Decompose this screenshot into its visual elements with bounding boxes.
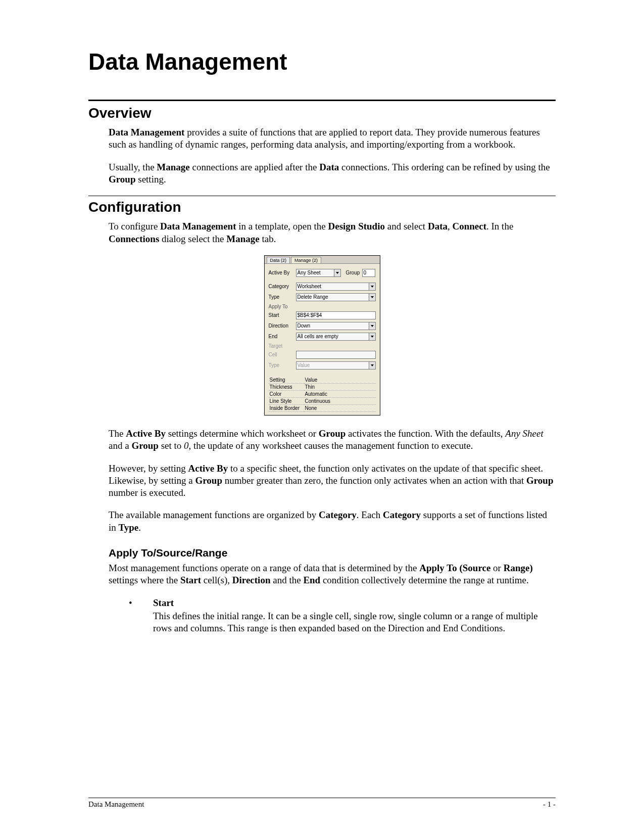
text: Category [383,509,421,520]
row-type2: Type Value [269,361,376,369]
footer-right: - 1 - [543,800,556,809]
label-active-by: Active By [269,270,296,275]
chevron-down-icon[interactable] [369,283,376,291]
chevron-down-icon[interactable] [334,269,341,277]
grid-row: ColorAutomatic [269,390,376,397]
text: Group [319,428,346,439]
row-category: Category Worksheet [269,283,376,291]
label-group: Group [346,270,362,275]
text: condition collectively determine the ran… [320,575,529,585]
field-end[interactable]: All cells are empty [296,333,369,341]
label-type: Type [269,294,296,300]
row-direction: Direction Down [269,322,376,330]
field-direction[interactable]: Down [296,322,369,330]
field-type2[interactable]: Value [296,361,369,369]
text: and a [109,440,131,451]
page-footer: Data Management - 1 - [88,798,556,809]
text: Category [319,509,357,520]
cell: Line Style [269,397,304,404]
heading-overview: Overview [88,105,556,121]
dialog-tabs: Data (2) Manage (2) [265,256,380,264]
chevron-down-icon[interactable] [369,333,376,341]
text: activates the function. With the default… [345,428,505,439]
text: Group [195,475,223,486]
text: Type [119,522,139,533]
text: in a template, open the [236,221,328,231]
field-start[interactable]: $B$4:$F$4 [296,311,376,319]
text: setting. [136,174,166,184]
footer-left: Data Management [88,800,144,809]
text: Usually, the [109,162,157,172]
field-cell[interactable] [296,351,376,359]
field-group[interactable]: 0 [362,269,375,277]
chevron-down-icon[interactable] [369,293,376,301]
text: The available management functions are o… [109,509,319,520]
bullet-text: This defines the initial range. It can b… [153,610,556,635]
text: Active By [126,428,166,439]
connections-dialog: Data (2) Manage (2) Active By Any Sheet … [264,255,380,415]
label-end: End [269,334,296,339]
text: dialog select the [159,234,226,244]
text: Any Sheet [505,428,543,439]
overview-p1: Data Management provides a suite of func… [109,126,556,151]
grid-col-setting: Setting [269,377,304,384]
cell: Thickness [269,383,304,390]
label-apply-to: Apply To [269,304,376,309]
grid-row: ThicknessThin [269,383,376,390]
footer-rule [88,798,556,798]
overview-p2: Usually, the Manage connections are appl… [109,161,556,186]
text: cell(s), [201,575,232,585]
text: . [138,522,141,533]
cell: Continuous [304,397,376,404]
cell: None [304,404,376,411]
text: Most management functions operate on a r… [109,563,419,573]
tab-manage[interactable]: Manage (2) [291,257,321,263]
label-type2: Type [269,362,296,368]
field-type[interactable]: Delete Range [296,293,369,301]
label-target: Target [269,343,376,349]
text: and the [270,575,303,585]
text: Data Management [160,221,236,231]
page: Data Management Overview Data Management… [0,0,644,834]
config-p2: The Active By settings determine which w… [109,428,556,452]
chevron-down-icon[interactable] [369,361,376,369]
text: Data Management [109,127,184,137]
bullet-list: Start This defines the initial range. It… [129,597,556,635]
text: number is executed. [109,487,185,498]
text: number greater than zero, the function o… [222,475,526,486]
grid-header: Setting Value [269,377,376,384]
text: Data [428,221,448,231]
text: . In the [486,221,513,231]
text: Apply To (Source [419,563,490,573]
text: connections. This ordering can be refine… [339,162,550,172]
field-active-by[interactable]: Any Sheet [296,269,334,277]
label-direction: Direction [269,323,296,329]
text: , the update of any worksheet causes the… [189,440,473,451]
text: However, by setting [109,463,188,474]
label-start: Start [269,312,296,318]
row-cell: Cell [269,351,376,359]
heading-configuration: Configuration [88,199,556,215]
chevron-down-icon[interactable] [369,322,376,330]
text: Manage [157,162,189,172]
text: set to [159,440,184,451]
row-active-by: Active By Any Sheet Group 0 [269,269,376,277]
row-start: Start $B$4:$F$4 [269,311,376,319]
row-type: Type Delete Range [269,293,376,301]
tab-data[interactable]: Data (2) [267,257,290,263]
grid-row: Line StyleContinuous [269,397,376,404]
text: Active By [188,463,228,474]
text: Connect [452,221,486,231]
text: Range) [504,563,533,573]
heading-apply-to: Apply To/Source/Range [109,547,556,559]
dialog-body: Active By Any Sheet Group 0 Category Wor… [265,264,380,415]
text: settings where the [109,575,180,585]
dialog-figure: Data (2) Manage (2) Active By Any Sheet … [88,255,556,415]
field-category[interactable]: Worksheet [296,283,369,291]
text: Manage [226,234,259,244]
section-rule [88,196,556,196]
text: or [490,563,503,573]
text: Design Studio [328,221,385,231]
applyto-p1: Most management functions operate on a r… [109,562,556,587]
text: settings determine which worksheet or [166,428,319,439]
